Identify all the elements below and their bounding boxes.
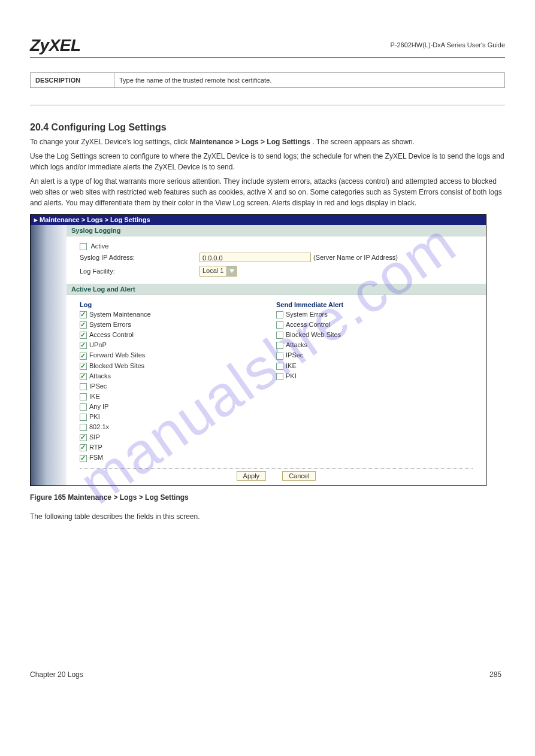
- alert-checkbox[interactable]: [276, 332, 283, 339]
- log-checkbox[interactable]: [80, 373, 87, 380]
- log-item-label: System Maintenance: [89, 311, 151, 318]
- doc-title: P-2602HW(L)-DxA Series User's Guide: [30, 41, 505, 48]
- log-item-label: RTP: [89, 444, 102, 451]
- syslog-ip-input[interactable]: 0.0.0.0: [200, 253, 311, 262]
- syslog-ip-label: Syslog IP Address:: [80, 254, 200, 261]
- dotted-divider: [80, 468, 473, 469]
- log-item-label: IKE: [89, 393, 100, 400]
- active-log-panel-title: Active Log and Alert: [67, 284, 486, 295]
- alert-item-label: IKE: [286, 362, 297, 369]
- log-checkbox[interactable]: [80, 321, 87, 329]
- section-divider: [30, 105, 505, 105]
- alert-item-label: Blocked Web Sites: [286, 331, 341, 338]
- para-3: An alert is a type of log that warrants …: [30, 176, 505, 208]
- active-label: Active: [90, 242, 108, 250]
- log-checkbox[interactable]: [80, 414, 87, 421]
- log-item-label: Attacks: [89, 372, 111, 379]
- log-item-label: Any IP: [89, 403, 108, 410]
- screenshot-window: ▸ Maintenance > Logs > Log Settings Sysl…: [30, 214, 486, 486]
- syslog-panel-title: Syslog Logging: [67, 225, 486, 236]
- alert-checkbox[interactable]: [276, 353, 283, 360]
- table-label-cell: DESCRIPTION: [31, 73, 114, 88]
- log-column-heading: Log: [80, 301, 276, 308]
- para-2: Use the Log Settings screen to configure…: [30, 151, 505, 172]
- log-facility-value: Local 1: [200, 266, 226, 276]
- log-checkbox[interactable]: [80, 455, 87, 462]
- figure-caption: Figure 165 Maintenance > Logs > Log Sett…: [30, 493, 505, 502]
- log-facility-select[interactable]: Local 1: [200, 266, 237, 277]
- alert-item-label: Attacks: [286, 341, 307, 348]
- para-1-prefix: To change your ZyXEL Device's log settin…: [30, 138, 190, 146]
- chevron-right-icon: ▸: [34, 216, 40, 223]
- footer-chapter: Chapter 20 Logs: [30, 670, 83, 679]
- header-rule: [30, 57, 505, 58]
- alert-checkbox[interactable]: [276, 311, 283, 318]
- page-footer: Chapter 20 Logs 285: [30, 670, 505, 679]
- alert-item-label: PKI: [286, 372, 297, 379]
- active-checkbox[interactable]: [80, 243, 87, 250]
- log-item-label: SIP: [89, 433, 100, 441]
- section-heading: 20.4 Configuring Log Settings: [30, 122, 505, 133]
- alert-checkbox[interactable]: [276, 373, 283, 380]
- log-item-label: FSM: [89, 454, 103, 461]
- breadcrumb-text: Maintenance > Logs > Log Settings: [40, 216, 150, 223]
- para-1: To change your ZyXEL Device's log settin…: [30, 136, 505, 147]
- log-item-label: Blocked Web Sites: [89, 362, 144, 369]
- log-item-label: Forward Web Sites: [89, 351, 145, 359]
- log-checkbox[interactable]: [80, 311, 87, 318]
- log-checkbox[interactable]: [80, 424, 87, 431]
- log-item-label: 802.1x: [89, 423, 109, 430]
- table-value-cell: Type the name of the trusted remote host…: [114, 73, 505, 88]
- alert-column-heading: Send Immediate Alert: [276, 301, 473, 308]
- sidebar-gradient: [31, 225, 67, 485]
- log-checkbox[interactable]: [80, 342, 87, 349]
- syslog-ip-hint: (Server Name or IP Address): [313, 254, 398, 261]
- para-1-suffix: . The screen appears as shown.: [312, 138, 415, 146]
- log-checkbox[interactable]: [80, 444, 87, 451]
- log-checkbox[interactable]: [80, 383, 87, 390]
- para-1-path: Maintenance > Logs > Log Settings: [190, 138, 310, 146]
- log-checkbox[interactable]: [80, 353, 87, 360]
- footer-page-number: 285: [489, 670, 501, 679]
- alert-checkbox[interactable]: [276, 342, 283, 349]
- log-facility-label: Log Facility:: [80, 268, 200, 275]
- figure-followup: The following table describes the fields…: [30, 512, 505, 521]
- breadcrumb: ▸ Maintenance > Logs > Log Settings: [31, 215, 486, 225]
- log-checkbox[interactable]: [80, 403, 87, 411]
- log-item-label: System Errors: [89, 321, 131, 328]
- log-checkbox[interactable]: [80, 332, 87, 339]
- apply-button[interactable]: Apply: [237, 471, 267, 481]
- log-checkbox[interactable]: [80, 393, 87, 400]
- log-item-label: PKI: [89, 413, 100, 420]
- log-item-label: UPnP: [89, 341, 107, 348]
- log-checkbox[interactable]: [80, 434, 87, 441]
- cancel-button[interactable]: Cancel: [282, 471, 316, 481]
- log-checkbox[interactable]: [80, 363, 87, 370]
- alert-item-label: System Errors: [286, 311, 328, 318]
- alert-item-label: Access Control: [286, 321, 330, 328]
- chevron-down-icon: [226, 266, 236, 276]
- alert-checkbox[interactable]: [276, 321, 283, 329]
- alert-checkbox[interactable]: [276, 363, 283, 370]
- log-item-label: IPSec: [89, 382, 107, 390]
- description-table: DESCRIPTION Type the name of the trusted…: [30, 72, 505, 88]
- alert-item-label: IPSec: [286, 351, 303, 359]
- log-item-label: Access Control: [89, 331, 134, 338]
